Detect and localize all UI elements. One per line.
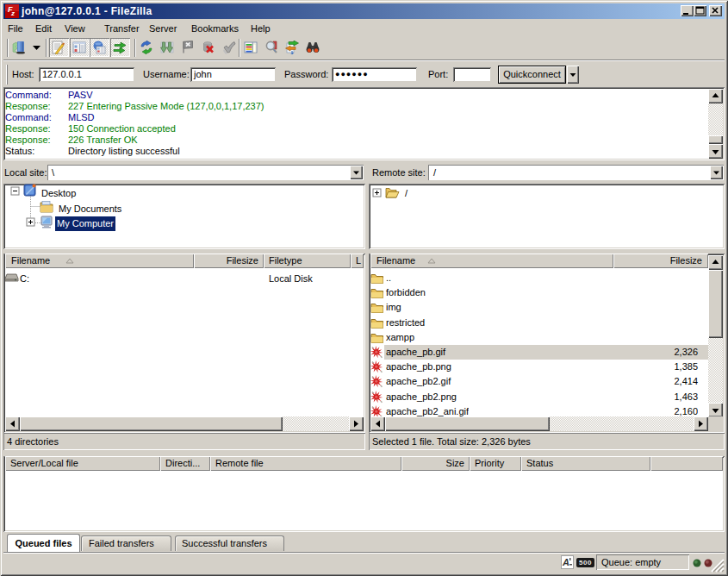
svg-text:z: z xyxy=(10,9,15,17)
svg-text:A: A xyxy=(562,557,569,567)
